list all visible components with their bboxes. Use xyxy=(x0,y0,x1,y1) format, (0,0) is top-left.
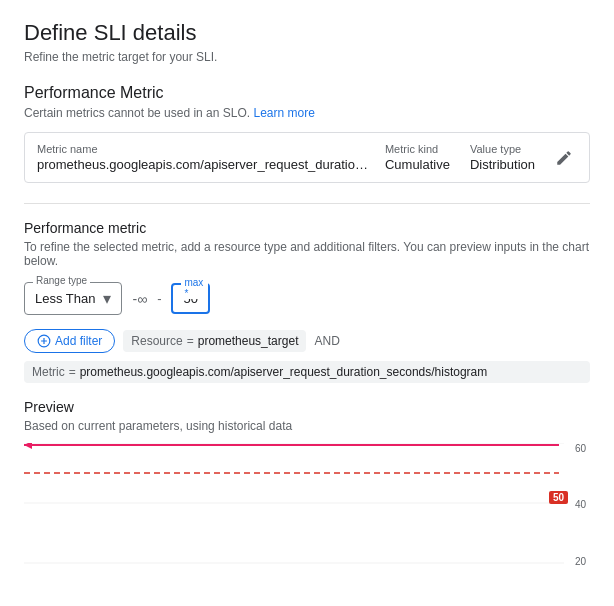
value-type-value: Distribution xyxy=(470,157,535,172)
section-note: Certain metrics cannot be used in an SLO… xyxy=(24,106,590,120)
range-min: -∞ xyxy=(132,291,147,307)
range-type-label: Range type xyxy=(33,275,90,286)
range-type-select[interactable]: Less Than ▾ xyxy=(35,289,111,308)
range-type-value: Less Than xyxy=(35,291,95,306)
chart-svg xyxy=(24,443,590,606)
chip-val-1: prometheus_target xyxy=(198,334,299,348)
add-icon xyxy=(37,334,51,348)
learn-more-link[interactable]: Learn more xyxy=(253,106,314,120)
metric-row: Metric name prometheus.googleapis.com/ap… xyxy=(24,132,590,183)
max-group[interactable]: max * 50 xyxy=(171,283,209,314)
chip-val-2: prometheus.googleapis.com/apiserver_requ… xyxy=(80,365,488,379)
metric-kind-label: Metric kind xyxy=(385,143,450,155)
and-label: AND xyxy=(314,334,339,348)
section-title: Performance Metric xyxy=(24,84,590,102)
add-filter-label: Add filter xyxy=(55,334,102,348)
value-type-item: Value type Distribution xyxy=(470,143,535,172)
y-label-40: 40 xyxy=(575,499,588,510)
metric-kind-item: Metric kind Cumulative xyxy=(385,143,450,172)
add-filter-button[interactable]: Add filter xyxy=(24,329,115,353)
range-separator: - xyxy=(157,291,161,306)
chip-key-1: Resource xyxy=(131,334,182,348)
y-label-60: 60 xyxy=(575,443,588,454)
y-label-20: 20 xyxy=(575,556,588,567)
y-axis: 60 40 20 0 xyxy=(575,443,588,606)
chip-op-1: = xyxy=(187,334,194,348)
metric-edit-button[interactable] xyxy=(551,145,577,171)
filter-chip-2: Metric = prometheus.googleapis.com/apise… xyxy=(24,361,590,383)
metric-kind-value: Cumulative xyxy=(385,157,450,172)
value-type-label: Value type xyxy=(470,143,535,155)
metric-name-group: Metric name prometheus.googleapis.com/ap… xyxy=(37,143,369,172)
perf-section-title: Performance metric xyxy=(24,220,590,236)
metric-kind-group: Metric kind Cumulative Value type Distri… xyxy=(385,143,535,172)
chip-op-2: = xyxy=(69,365,76,379)
metric-name-value: prometheus.googleapis.com/apiserver_requ… xyxy=(37,157,369,172)
divider xyxy=(24,203,590,204)
threshold-badge-container: 50 xyxy=(549,489,568,504)
filter-row-1: Add filter Resource = prometheus_target … xyxy=(24,329,590,353)
edit-icon xyxy=(555,149,573,167)
page-subtitle: Refine the metric target for your SLI. xyxy=(24,50,590,64)
metric-name-label: Metric name xyxy=(37,143,369,155)
page-title: Define SLI details xyxy=(24,20,590,46)
chip-key-2: Metric xyxy=(32,365,65,379)
range-type-group: Range type Less Than ▾ xyxy=(24,282,122,315)
perf-section-note: To refine the selected metric, add a res… xyxy=(24,240,590,268)
max-label: max * xyxy=(181,277,207,299)
chevron-down-icon: ▾ xyxy=(103,289,111,308)
filter-chip-1: Resource = prometheus_target xyxy=(123,330,306,352)
threshold-badge: 50 xyxy=(549,491,568,504)
range-row: Range type Less Than ▾ -∞ - max * 50 xyxy=(24,282,590,315)
filter-row-2: Metric = prometheus.googleapis.com/apise… xyxy=(24,361,590,383)
preview-title: Preview xyxy=(24,399,590,415)
chart-container: 60 40 20 0 50 UTC-4 7:50 PM 8:00 PM 8:10… xyxy=(24,443,590,606)
preview-note: Based on current parameters, using histo… xyxy=(24,419,590,433)
